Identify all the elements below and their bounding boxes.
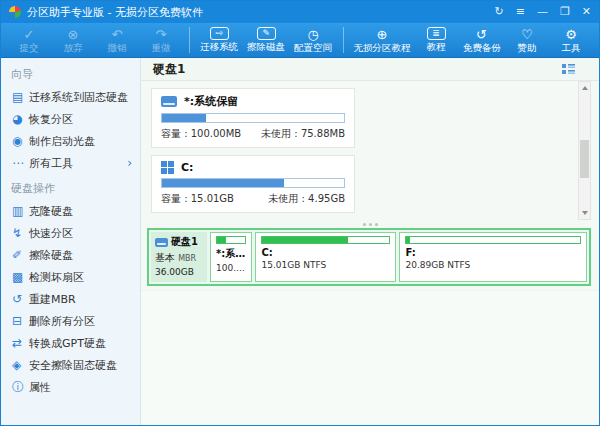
map-usage-bar [405,236,581,244]
redo-button: ↷重做 [139,23,183,57]
sidebar-item-clone-disk[interactable]: ▥克隆硬盘 [1,200,140,222]
sidebar-item-convert-to-gpt[interactable]: ⇄转换成GPT硬盘 [1,332,140,354]
refresh-button[interactable]: ↻ [494,1,503,23]
titlebar: 分区助手专业版 - 无损分区免费软件 ↻≡—❐✕ [1,1,599,23]
allocate-space-button[interactable]: ◷配置空间 [290,23,337,57]
free-backup-icon: ↺ [476,27,487,42]
disk-map-block-partition-f[interactable]: F:20.89GB NTFS [399,232,587,282]
sidebar-item-delete-all-partitions[interactable]: ⊟删除所有分区 [1,310,140,332]
lossless-partition-tutorial-label: 无损分区教程 [353,42,410,53]
disk-size: 36.00GB [155,267,203,277]
map-usage-bar-fill [406,237,409,243]
free-backup-button[interactable]: ↺免费备份 [458,23,505,57]
lossless-partition-tutorial-button[interactable]: ⊕无损分区教程 [350,23,414,57]
tutorials-button[interactable]: ≣教程 [414,23,458,57]
usage-bar [161,178,345,188]
partition-name: C: [181,161,193,174]
redo-label: 重做 [152,42,171,53]
sidebar-item-migrate-os-to-ssd[interactable]: ▤迁移系统到固态硬盘 [1,86,140,108]
scroll-up-arrow[interactable] [579,82,590,94]
sidebar-section-title: 向导 [1,60,140,86]
disk-map-info[interactable]: 硬盘1 基本 MBR 36.00GB [151,232,207,282]
map-block-label: C: [261,247,390,258]
map-block-label: F: [405,247,581,258]
wipe-disk-button[interactable]: ✎擦除磁盘 [243,23,290,57]
sidebar-item-properties[interactable]: ⓘ属性 [1,376,140,398]
sidebar-item-label: 所有工具 [29,156,73,171]
undo-icon: ↶ [112,27,123,42]
vertical-scrollbar[interactable] [578,81,591,220]
sidebar-item-recover-partition[interactable]: ◕恢复分区 [1,108,140,130]
commit-button: ✓提交 [7,23,51,57]
delete-all-partitions-icon: ⊟ [12,314,29,328]
window-title: 分区助手专业版 - 无损分区免费软件 [27,5,203,20]
toolbar-separator [343,27,344,53]
minimize-button[interactable]: — [537,1,548,23]
sidebar-item-wipe-hard-drive[interactable]: ✐擦除硬盘 [1,244,140,266]
discard-label: 放弃 [64,42,83,53]
disk-map-disk-name: 硬盘1 [171,235,198,249]
partition-card[interactable]: *:系统保留容量 : 100.00MB未使用 : 75.88MB [151,88,355,148]
map-usage-bar-fill [262,237,347,243]
sidebar-item-all-tools[interactable]: ⋯所有工具› [1,152,140,174]
wipe-hard-drive-icon: ✐ [12,248,29,262]
migrate-os-to-ssd-icon: ▤ [12,90,29,104]
app-logo-icon [9,6,21,18]
sidebar-item-label: 转换成GPT硬盘 [29,336,106,351]
sponsor-label: 赞助 [518,42,537,53]
discard-icon: ⊗ [68,27,79,42]
disk-map-block-partition-c[interactable]: C:15.01GB NTFS [255,232,396,282]
sidebar-item-label: 制作启动光盘 [29,134,95,149]
map-usage-bar [261,236,390,244]
disk-map-block-system-reserved[interactable]: *:系统保留100.00MB [210,232,252,282]
sidebar-section-title: 硬盘操作 [1,174,140,200]
sidebar-item-label: 检测坏扇区 [29,270,84,285]
sidebar-item-check-bad-sectors[interactable]: ▩检测坏扇区 [1,266,140,288]
scrollbar-thumb[interactable] [580,140,589,178]
usage-bar [161,113,345,123]
disk-type: 基本 [155,252,175,263]
tools-label: 工具 [562,42,581,53]
scroll-down-arrow[interactable] [579,207,590,219]
quick-partition-icon: ↯ [12,226,29,240]
close-button[interactable]: ✕ [582,1,591,23]
drive-icon [161,96,177,107]
all-tools-icon: ⋯ [12,156,29,170]
sidebar-item-make-bootable-media[interactable]: ◉制作启动光盘 [1,130,140,152]
pane-splitter[interactable] [141,220,599,228]
main-area: 硬盘1 *:系统保留容量 : 100.00MB未使用 : 75.88MBC:容量… [141,58,599,425]
sidebar-item-secure-erase-ssd[interactable]: ◈安全擦除固态硬盘 [1,354,140,376]
lossless-partition-tutorial-icon: ⊕ [376,27,387,42]
view-toggle-icon[interactable] [562,63,575,75]
map-usage-bar [216,236,246,244]
sponsor-button[interactable]: ♡赞助 [505,23,549,57]
allocate-space-icon: ◷ [308,27,319,42]
sidebar-item-label: 安全擦除固态硬盘 [29,358,117,373]
sidebar-item-label: 快速分区 [29,226,73,241]
menu-button[interactable]: ≡ [516,1,525,23]
partition-card[interactable]: C:容量 : 15.01GB未使用 : 4.95GB [151,155,355,213]
wipe-disk-icon: ✎ [257,27,276,40]
migrate-os-button[interactable]: ⇨迁移系统 [196,23,243,57]
windows-logo-icon [161,161,174,174]
sidebar-item-label: 删除所有分区 [29,314,95,329]
disk-panel-header: 硬盘1 [141,58,599,81]
sidebar-item-quick-partition[interactable]: ↯快速分区 [1,222,140,244]
disk-map-row[interactable]: 硬盘1 基本 MBR 36.00GB *:系统保留100.00MBC:15.01… [147,228,591,286]
map-block-size: 20.89GB NTFS [405,260,581,270]
wipe-disk-label: 擦除磁盘 [247,41,285,52]
toolbar-separator [189,27,190,53]
map-block-label: *:系统保留 [216,247,246,261]
tools-button[interactable]: ⚙工具 [549,23,593,57]
allocate-space-label: 配置空间 [294,42,332,53]
chevron-right-icon: › [127,156,132,170]
restore-button[interactable]: ❐ [560,1,570,23]
migrate-os-label: 迁移系统 [200,41,238,52]
partition-list-viewport: *:系统保留容量 : 100.00MB未使用 : 75.88MBC:容量 : 1… [141,81,599,220]
partition-list: *:系统保留容量 : 100.00MB未使用 : 75.88MBC:容量 : 1… [141,81,575,220]
discard-button: ⊗放弃 [51,23,95,57]
sidebar-item-rebuild-mbr[interactable]: ↺重建MBR [1,288,140,310]
disk-scheme: MBR [178,254,196,263]
usage-bar-fill [162,179,284,187]
make-bootable-media-icon: ◉ [12,134,29,148]
